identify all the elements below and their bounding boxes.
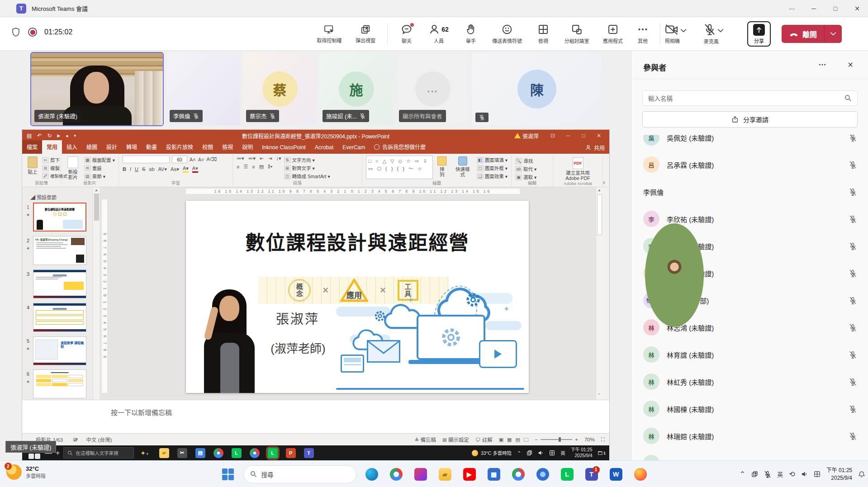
save-icon[interactable]: ▤	[27, 132, 32, 139]
record-icon[interactable]: ●	[66, 133, 68, 138]
chevron-down-icon[interactable]	[717, 28, 724, 33]
qat-customize-icon[interactable]: ▾	[74, 133, 76, 138]
network-icon[interactable]	[549, 450, 555, 456]
display-settings-button[interactable]: ⊞ 顯示設定	[442, 436, 469, 443]
bold-button[interactable]: B	[123, 166, 126, 172]
ppt-ribbon-options-icon[interactable]: ⊡	[545, 132, 560, 139]
tab-evercam[interactable]: EverCam	[338, 142, 370, 154]
font-name-input[interactable]	[123, 156, 170, 163]
zoom-in-icon[interactable]: +	[575, 437, 578, 442]
slide-thumbnail-6[interactable]: ▬▬▬▬▬▬▬	[33, 369, 86, 398]
justify-icon[interactable]: ▤	[259, 164, 264, 170]
chat-button[interactable]: 聊天	[392, 24, 421, 44]
youtube-icon[interactable]: ▶	[460, 465, 479, 483]
teams-icon[interactable]: T1	[583, 465, 601, 483]
tab-file[interactable]: 檔案	[22, 140, 42, 154]
collapse-ribbon-icon[interactable]: ∧	[602, 180, 606, 185]
slide-thumbnail-4[interactable]: ▬▬▬▬▬▬	[33, 303, 86, 332]
scroll-up-icon[interactable]: ▲	[93, 187, 100, 194]
tab-transitions[interactable]: 轉場	[122, 140, 142, 154]
comments-button[interactable]: 🗩 註解	[475, 436, 493, 443]
video-tile[interactable]: 蔡 蔡宗杰	[243, 53, 317, 125]
font-size-input[interactable]: 60	[172, 156, 187, 163]
search-highlights-icon[interactable]: ✦✦	[140, 449, 149, 457]
show-all-participants-tile[interactable]: ... 顯示所有與會者	[396, 53, 470, 125]
shape-fill-button[interactable]: ◧圖案填滿 ▾	[477, 156, 508, 163]
snipping-tool-icon[interactable]: ✂	[177, 448, 187, 458]
window-minimize-icon[interactable]: ─	[803, 0, 825, 17]
ppt-maximize-icon[interactable]: □	[576, 132, 591, 139]
participant-row[interactable]: 林 林虹秀 (未驗證)	[631, 368, 868, 395]
line-icon[interactable]: L	[232, 448, 242, 458]
ppt-share-button[interactable]: 共用	[585, 144, 605, 151]
section-button[interactable]: ▤章節 ▾	[84, 173, 115, 180]
teams-icon[interactable]: T	[304, 448, 314, 458]
speaker-icon[interactable]	[538, 450, 544, 456]
slideshow-view-icon[interactable]: 🖵	[524, 437, 529, 443]
notification-bell-icon[interactable]	[858, 471, 865, 478]
shared-search-box[interactable]: 在這裡輸入文字來搜	[63, 447, 134, 459]
align-text-button[interactable]: ⊞對齊文字 ▾	[284, 165, 330, 171]
tab-home[interactable]: 常用	[42, 140, 62, 154]
slide-title[interactable]: 數位課程設計與遠距經營	[186, 227, 529, 255]
tell-me-box[interactable]: 告訴我您想做什麼	[370, 140, 430, 154]
replace-button[interactable]: ab取代 ▾	[515, 165, 536, 172]
tab-acrobat[interactable]: Acrobat	[310, 142, 338, 154]
reset-button[interactable]: ⟲重設	[84, 165, 115, 171]
tab-classpoint[interactable]: Inknoe ClassPoint	[257, 142, 310, 154]
align-right-icon[interactable]: ≡	[252, 164, 255, 170]
slide-thumbnail-2[interactable]: FB: 張淑萍(Shuping Chang)	[33, 236, 86, 265]
breakout-rooms-button[interactable]: 分組討論室	[558, 24, 596, 44]
powerpoint-icon[interactable]: P	[286, 448, 296, 458]
bullets-icon[interactable]: ≔▾	[237, 156, 244, 161]
create-pdf-button[interactable]: PDF 建立並共用 Adobe PDF	[559, 156, 598, 182]
language-status[interactable]: 中文 (台灣)	[86, 436, 112, 443]
usb-icon[interactable]	[526, 450, 532, 456]
participants-search-input[interactable]: 輸入名稱	[642, 90, 858, 106]
tab-review[interactable]: 校閱	[198, 140, 218, 154]
action-center-icon[interactable]: 🗔1	[598, 450, 606, 456]
file-explorer-icon[interactable]: ▰	[159, 448, 169, 458]
thumbnails-scrollbar[interactable]: ▲ ▼	[93, 187, 100, 421]
camera-button[interactable]: 照相機	[665, 24, 704, 44]
participant-row[interactable]: 李佩倫	[631, 178, 868, 205]
slide-vertical-scrollbar[interactable]: ▲ ⌃ ⌄ ▼	[596, 187, 602, 411]
taskbar-clock[interactable]: 下午 01:25 2025/9/4	[826, 467, 852, 481]
chrome-profile-icon[interactable]	[250, 448, 260, 458]
take-control-button[interactable]: 取得控制權	[310, 24, 348, 44]
leave-button[interactable]: 離開	[782, 25, 842, 43]
participant-row[interactable]: 吳 吳佩彣 (未驗證)	[631, 135, 868, 151]
paste-button[interactable]: 貼上	[26, 156, 39, 175]
slide-thumbnail-5[interactable]: 遠距教學 課程機制	[33, 336, 86, 365]
fit-to-window-icon[interactable]: ⛶	[601, 437, 605, 443]
columns-icon[interactable]: ⫼▾	[268, 164, 272, 170]
tab-draw[interactable]: 繪圖	[82, 140, 102, 154]
slide-sorter-view-icon[interactable]: ▦	[507, 437, 512, 443]
zoom-control[interactable]: − +	[535, 437, 578, 442]
plus-glyph[interactable]: +	[56, 449, 60, 457]
notes-pane[interactable]: 按一下以新增備忘稿	[22, 400, 609, 433]
participant-row[interactable]: 林 林國棟 (未驗證)	[631, 395, 868, 422]
notes-toggle[interactable]: ≜ 備忘稿	[415, 436, 436, 443]
redo-icon[interactable]: ↻	[47, 132, 52, 139]
highlight-button[interactable]: A▾	[183, 165, 189, 173]
chrome-profile-icon[interactable]	[509, 465, 527, 483]
panel-more-icon[interactable]	[818, 61, 826, 69]
video-tile[interactable]: 陳	[472, 53, 602, 125]
indent-inc-icon[interactable]: ⇥	[268, 156, 272, 161]
strikethrough-button[interactable]: S	[142, 166, 145, 172]
window-maximize-icon[interactable]: □	[825, 0, 846, 17]
zoom-slider[interactable]	[559, 437, 561, 442]
ppt-minimize-icon[interactable]: ─	[560, 132, 576, 139]
new-slide-button[interactable]: 新投影片	[65, 156, 81, 181]
notepad-icon[interactable]: ▤	[195, 448, 205, 458]
file-explorer-icon[interactable]: ▰	[436, 465, 454, 483]
line-active-icon[interactable]: L	[268, 448, 278, 458]
start-button[interactable]	[219, 465, 237, 483]
mic-button[interactable]: 麥克風	[704, 24, 743, 45]
align-left-icon[interactable]: ≡	[237, 164, 239, 170]
shared-ime[interactable]: 英	[560, 449, 565, 456]
popout-button[interactable]: 彈出視窗	[348, 24, 383, 44]
word-icon[interactable]: W	[607, 465, 625, 483]
calculator-icon[interactable]: ▦	[485, 465, 503, 483]
